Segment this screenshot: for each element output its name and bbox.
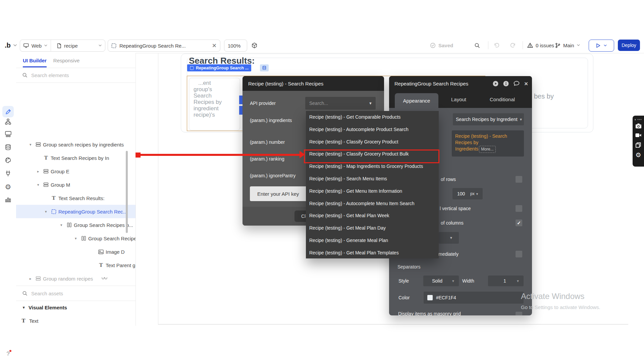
- pencil-icon: [5, 109, 11, 115]
- copy-button[interactable]: [633, 142, 644, 148]
- tab-layout[interactable]: Layout: [451, 91, 466, 108]
- tree-row-text-search-recipes-by-in[interactable]: TText Search Recipes by In: [16, 151, 136, 165]
- branch-selector[interactable]: Main: [555, 40, 580, 51]
- provider-option-recipe-testing-get-meal-plan-day[interactable]: Recipe (testing) - Get Meal Plan Day: [306, 222, 439, 234]
- undo-button[interactable]: [494, 40, 500, 51]
- provider-option-recipe-testing-search-menu-items[interactable]: Recipe (testing) - Search Menu Items: [306, 173, 439, 185]
- tab-ui-builder[interactable]: UI Builder: [23, 58, 47, 67]
- repeating-group-cell[interactable]: ...entgroup'sSearchRecipes byingredientr…: [189, 78, 240, 130]
- help-button[interactable]: ?: [0, 351, 16, 357]
- tab-appearance[interactable]: Appearance: [395, 93, 438, 108]
- close-tab-icon[interactable]: ✕: [212, 43, 217, 49]
- checkbox-masonry[interactable]: [516, 312, 522, 315]
- deploy-button[interactable]: Deploy: [618, 40, 640, 51]
- info-icon[interactable]: [503, 81, 509, 86]
- redo-button[interactable]: [510, 40, 516, 51]
- caret-down-icon[interactable]: ▾: [60, 223, 65, 227]
- screenshot-button[interactable]: [633, 123, 644, 129]
- tree-row-group-search-recipe[interactable]: ▾Group Search Recipe...: [16, 232, 136, 245]
- tab-responsive[interactable]: Responsive: [53, 58, 79, 63]
- record-button[interactable]: [633, 133, 644, 137]
- type-of-content-select[interactable]: Search Recipes by Ingredient ▼: [453, 113, 524, 125]
- settings-tab-button[interactable]: ⚙: [0, 183, 16, 190]
- search-button[interactable]: [474, 40, 480, 51]
- tree-row-group-m[interactable]: ▾Group M: [16, 178, 136, 191]
- tree-row-repeatinggroup-search-rec[interactable]: ▾RepeatingGroup Search Rec...: [16, 205, 136, 218]
- visual-elements-header[interactable]: ▾ Visual Elements: [16, 301, 136, 314]
- unit-dropdown[interactable]: px ▼: [470, 191, 479, 196]
- caret-down-icon[interactable]: ▾: [75, 236, 80, 241]
- styles-tab-button[interactable]: [0, 157, 16, 163]
- caret-right-icon[interactable]: ▸: [30, 277, 35, 281]
- element-tab[interactable]: RepeatingGroup Search Re... ✕: [108, 40, 220, 52]
- tree-row-text-search-results[interactable]: TText Search Results:: [16, 191, 136, 205]
- caret-down-icon: ▼: [476, 192, 479, 196]
- issues-indicator[interactable]: 0 issues: [527, 40, 554, 51]
- caret-down-icon[interactable]: ▾: [37, 183, 42, 187]
- tab-conditional[interactable]: Conditional: [490, 91, 515, 108]
- workflow-tab-button[interactable]: [0, 119, 16, 125]
- database-icon: [5, 144, 11, 150]
- caret-down-icon[interactable]: ▾: [45, 209, 50, 214]
- play-circle-icon[interactable]: [493, 81, 498, 86]
- row-height-control[interactable]: 100 px ▼: [452, 188, 483, 199]
- sidebar-scrollbar[interactable]: [126, 151, 128, 233]
- checkbox-of-columns[interactable]: ✓: [516, 220, 522, 226]
- provider-option-recipe-testing-get-meal-plan-templates[interactable]: Recipe (testing) - Get Meal Plan Templat…: [306, 247, 439, 258]
- check-circle-icon: [430, 43, 436, 48]
- data-source-expression[interactable]: Recipe (testing) - Search Recipes by Ing…: [452, 130, 524, 157]
- capture-handle[interactable]: •••: [633, 118, 644, 121]
- data-source-chip[interactable]: [260, 64, 269, 71]
- page-selector[interactable]: recipe: [54, 40, 105, 51]
- tree-row-group-search-recipes-b[interactable]: ▾Group Search Recipes b...: [16, 218, 136, 232]
- search-elements-row: [16, 68, 136, 83]
- api-provider-select[interactable]: Search... ▼: [305, 97, 376, 110]
- logs-tab-button[interactable]: [0, 196, 16, 202]
- close-panel-icon[interactable]: ×: [524, 80, 528, 87]
- design-tab-button[interactable]: [2, 106, 14, 117]
- search-elements-input[interactable]: [31, 72, 116, 78]
- caret-right-icon[interactable]: ▸: [37, 169, 42, 174]
- app-logo[interactable]: .b: [5, 40, 17, 51]
- tree-row-group-search-recipes-by-ingredients[interactable]: ▾Group search recipes by ingredients: [16, 138, 136, 151]
- more-button[interactable]: More...: [479, 146, 495, 153]
- truncated-dropdown[interactable]: ▼: [439, 232, 459, 244]
- provider-option-recipe-testing-get-menu-item-information[interactable]: Recipe (testing) - Get Menu Item Informa…: [306, 185, 439, 197]
- column-group-icon: [65, 222, 73, 228]
- checkbox-immediately[interactable]: [516, 251, 522, 257]
- tree-row-image-d[interactable]: Image D: [16, 245, 136, 258]
- components-tab-button[interactable]: [0, 131, 16, 137]
- data-tab-button[interactable]: [0, 144, 16, 150]
- device-selector[interactable]: Web: [20, 40, 51, 51]
- provider-option-recipe-testing-autocomplete-product-search[interactable]: Recipe (testing) - Autocomplete Product …: [306, 123, 439, 136]
- tree-row-group-e[interactable]: ▸Group E: [16, 165, 136, 178]
- separator-color-picker[interactable]: #ECF1F4: [424, 292, 524, 304]
- search-assets-input[interactable]: [31, 290, 116, 297]
- separator-style-select[interactable]: Solid ▼: [423, 276, 459, 286]
- checkbox-of-rows[interactable]: [516, 176, 522, 183]
- column-group-icon: [80, 236, 87, 241]
- provider-option-recipe-testing-classify-grocery-product[interactable]: Recipe (testing) - Classify Grocery Prod…: [306, 136, 439, 148]
- capture-settings-button[interactable]: ⚙: [633, 152, 644, 158]
- comment-icon[interactable]: [514, 81, 520, 86]
- tree-row-group-random-recipes[interactable]: ▸Group random recipes: [16, 272, 136, 285]
- provider-option-recipe-testing-get-meal-plan-week[interactable]: Recipe (testing) - Get Meal Plan Week: [306, 209, 439, 222]
- zoom-selector[interactable]: 100%: [224, 40, 247, 52]
- provider-option-recipe-testing-autocomplete-menu-item-search[interactable]: Recipe (testing) - Autocomplete Menu Ite…: [306, 197, 439, 210]
- caret-down-icon[interactable]: ▾: [30, 142, 35, 147]
- tree-row-text-parent-group[interactable]: TText Parent group...: [16, 258, 136, 272]
- selection-label[interactable]: RepeatingGroup Search ...: [187, 64, 251, 71]
- api-panel-header[interactable]: Recipe (testing) - Search Recipes: [243, 76, 384, 91]
- plugins-tab-button[interactable]: [0, 170, 16, 176]
- provider-option-recipe-testing-generate-meal-plan[interactable]: Recipe (testing) - Generate Meal Plan: [306, 234, 439, 247]
- provider-option-recipe-testing-get-comparable-products[interactable]: Recipe (testing) - Get Comparable Produc…: [306, 111, 439, 123]
- run-preview-button[interactable]: [589, 40, 614, 52]
- row-label: of columns: [441, 220, 464, 226]
- hidden-element-icon: [102, 277, 107, 280]
- cell-text-line: ...ent: [194, 80, 239, 86]
- preview-cube-button[interactable]: [252, 40, 257, 51]
- palette-item-text[interactable]: TText: [16, 314, 136, 326]
- checkbox-vertical-space[interactable]: [516, 205, 522, 212]
- color-label: Color: [398, 295, 410, 300]
- separator-width-select[interactable]: 1 ▼: [488, 276, 524, 286]
